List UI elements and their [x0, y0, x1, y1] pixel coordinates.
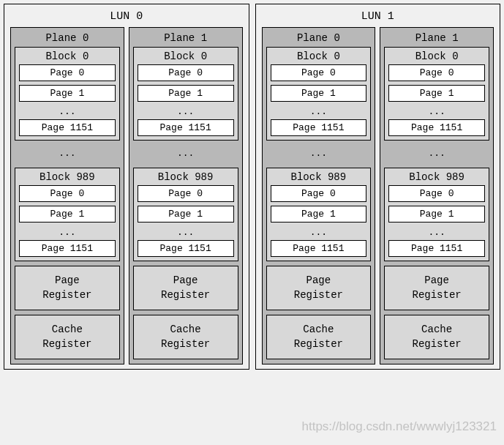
plane-title: Plane 0: [15, 31, 120, 47]
block-0: Block 0 Page 0 Page 1 ... Page 1151: [266, 47, 372, 141]
page-n: Page 1151: [138, 119, 234, 136]
page-register: PageRegister: [15, 266, 120, 310]
page-1: Page 1: [19, 85, 116, 102]
plane-1: Plane 1 Block 0 Page 0 Page 1 ... Page 1…: [129, 27, 243, 364]
cache-register: CacheRegister: [266, 315, 372, 359]
page-1: Page 1: [271, 85, 367, 102]
block-0: Block 0 Page 0 Page 1 ... Page 1151: [15, 47, 120, 141]
cache-register: CacheRegister: [15, 315, 120, 359]
plane-1: Plane 1 Block 0 Page 0 Page 1 ... Page 1…: [380, 27, 494, 364]
page-1: Page 1: [388, 206, 485, 222]
ellipsis: ...: [138, 226, 234, 240]
page-1: Page 1: [138, 206, 234, 222]
block-title: Block 989: [388, 171, 485, 185]
plane-title: Plane 0: [266, 31, 372, 47]
page-n: Page 1151: [388, 119, 485, 136]
page-0: Page 0: [138, 185, 234, 202]
page-register: PageRegister: [133, 266, 238, 310]
ellipsis: ...: [19, 105, 116, 119]
lun-title: LUN 1: [262, 9, 494, 27]
block-ellipsis: ...: [266, 141, 372, 168]
block-0: Block 0 Page 0 Page 1 ... Page 1151: [384, 47, 489, 141]
page-0: Page 0: [271, 64, 367, 81]
plane-title: Plane 1: [133, 31, 238, 47]
block-n: Block 989 Page 0 Page 1 ... Page 1151: [15, 168, 120, 261]
page-1: Page 1: [19, 206, 116, 222]
planes-row: Plane 0 Block 0 Page 0 Page 1 ... Page 1…: [10, 27, 243, 364]
page-register: PageRegister: [266, 266, 372, 310]
ellipsis: ...: [271, 105, 367, 119]
page-0: Page 0: [388, 185, 485, 202]
page-n: Page 1151: [19, 240, 116, 257]
block-ellipsis: ...: [133, 141, 238, 168]
plane-0: Plane 0 Block 0 Page 0 Page 1 ... Page 1…: [262, 27, 376, 364]
page-0: Page 0: [271, 185, 367, 202]
ellipsis: ...: [271, 226, 367, 240]
block-title: Block 989: [19, 171, 116, 185]
block-0: Block 0 Page 0 Page 1 ... Page 1151: [133, 47, 238, 141]
page-1: Page 1: [388, 85, 485, 102]
page-0: Page 0: [138, 64, 234, 81]
block-title: Block 0: [388, 50, 485, 64]
block-n: Block 989 Page 0 Page 1 ... Page 1151: [266, 168, 372, 261]
lun-0: LUN 0 Plane 0 Block 0 Page 0 Page 1 ... …: [4, 4, 249, 370]
planes-row: Plane 0 Block 0 Page 0 Page 1 ... Page 1…: [262, 27, 494, 364]
ellipsis: ...: [388, 105, 485, 119]
page-register: PageRegister: [384, 266, 489, 310]
page-0: Page 0: [388, 64, 485, 81]
page-n: Page 1151: [138, 240, 234, 257]
block-title: Block 0: [138, 50, 234, 64]
block-ellipsis: ...: [15, 141, 120, 168]
ellipsis: ...: [138, 105, 234, 119]
plane-title: Plane 1: [384, 31, 489, 47]
page-0: Page 0: [19, 64, 116, 81]
page-n: Page 1151: [388, 240, 485, 257]
cache-register: CacheRegister: [384, 315, 489, 359]
block-title: Block 989: [271, 171, 367, 185]
page-n: Page 1151: [271, 119, 367, 136]
ellipsis: ...: [388, 226, 485, 240]
page-0: Page 0: [19, 185, 116, 202]
cache-register: CacheRegister: [133, 315, 238, 359]
page-n: Page 1151: [19, 119, 116, 136]
lun-title: LUN 0: [10, 9, 243, 27]
page-1: Page 1: [271, 206, 367, 222]
block-title: Block 0: [19, 50, 116, 64]
block-title: Block 989: [138, 171, 234, 185]
block-title: Block 0: [271, 50, 367, 64]
watermark: https://blog.csdn.net/wwwlyj123321: [302, 419, 497, 434]
block-n: Block 989 Page 0 Page 1 ... Page 1151: [384, 168, 489, 261]
plane-0: Plane 0 Block 0 Page 0 Page 1 ... Page 1…: [10, 27, 124, 364]
block-ellipsis: ...: [384, 141, 489, 168]
block-n: Block 989 Page 0 Page 1 ... Page 1151: [133, 168, 238, 261]
lun-1: LUN 1 Plane 0 Block 0 Page 0 Page 1 ... …: [255, 4, 501, 370]
page-1: Page 1: [138, 85, 234, 102]
diagram-container: LUN 0 Plane 0 Block 0 Page 0 Page 1 ... …: [4, 4, 500, 370]
ellipsis: ...: [19, 226, 116, 240]
page-n: Page 1151: [271, 240, 367, 257]
